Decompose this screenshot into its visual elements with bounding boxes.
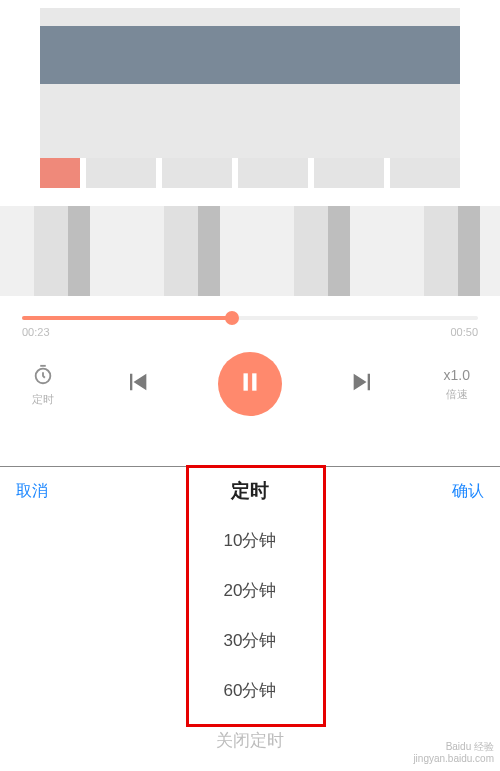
title-text-area: [0, 206, 500, 296]
album-meta-strip: [40, 158, 460, 188]
timer-bottom-sheet: 取消 定时 确认 10分钟 20分钟 30分钟 60分钟 关闭定时: [0, 466, 500, 771]
speed-label: 倍速: [446, 387, 468, 402]
cancel-button[interactable]: 取消: [0, 467, 64, 515]
progress-bar-fill: [22, 316, 232, 320]
watermark-line2: jingyan.baidu.com: [413, 753, 494, 765]
progress-knob[interactable]: [225, 311, 239, 325]
watermark: Baidu 经验 jingyan.baidu.com: [413, 741, 494, 765]
progress-slider[interactable]: [22, 316, 478, 320]
watermark-line1: Baidu 经验: [413, 741, 494, 753]
confirm-button[interactable]: 确认: [436, 467, 500, 515]
timer-option[interactable]: 30分钟: [0, 615, 500, 665]
timer-button[interactable]: 定时: [30, 362, 56, 407]
svg-rect-2: [252, 373, 256, 390]
sheet-title: 定时: [231, 478, 269, 504]
timer-label: 定时: [32, 392, 54, 407]
timer-option[interactable]: 60分钟: [0, 665, 500, 715]
timer-options-list: 10分钟 20分钟 30分钟 60分钟 关闭定时: [0, 515, 500, 765]
speed-value: x1.0: [444, 367, 470, 383]
timer-icon: [30, 362, 56, 388]
next-button[interactable]: [349, 368, 377, 400]
time-elapsed: 00:23: [22, 326, 50, 338]
play-pause-button[interactable]: [218, 352, 282, 416]
prev-button[interactable]: [123, 368, 151, 400]
svg-rect-1: [243, 373, 247, 390]
timer-option[interactable]: 20分钟: [0, 565, 500, 615]
time-total: 00:50: [450, 326, 478, 338]
pause-icon: [237, 369, 263, 399]
timer-option[interactable]: 10分钟: [0, 515, 500, 565]
album-art-area: [40, 8, 460, 158]
speed-button[interactable]: x1.0 倍速: [444, 367, 470, 402]
